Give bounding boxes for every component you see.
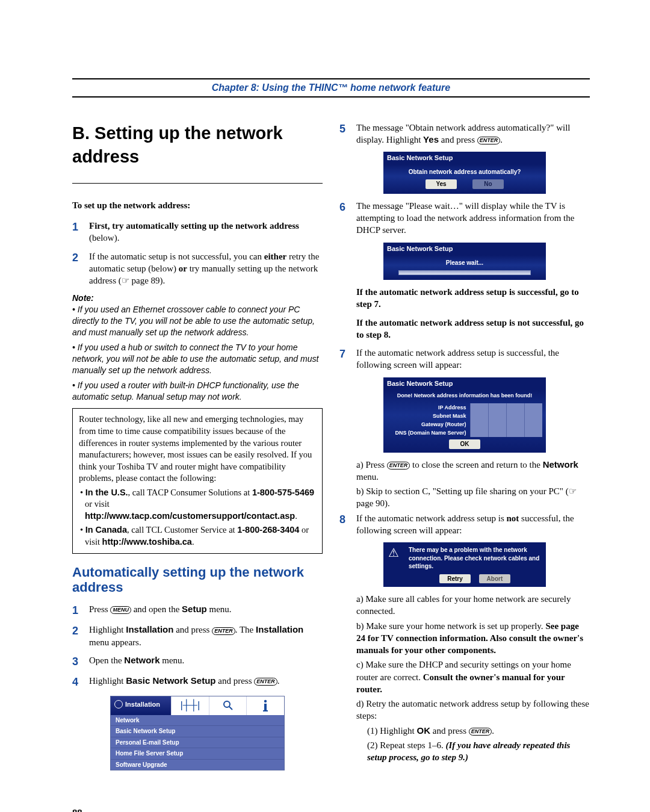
- success-goto-7: If the automatic network address setup i…: [356, 286, 590, 311]
- step-2: 2 If the automatic setup is not successf…: [72, 250, 323, 287]
- osd-installation-menu: Installation |┼┼| Network Basic Network …: [110, 696, 285, 770]
- osd-menu-header: Network: [111, 715, 284, 726]
- support-intro: Router technology, like all new and emer…: [79, 414, 312, 483]
- osd-message: Obtain network address automatically?: [387, 168, 542, 176]
- step-number: 1: [72, 220, 89, 244]
- osd-side-label: Installation: [111, 696, 171, 715]
- auto-step-2: 2 Highlight Installation and press ENTER…: [72, 624, 323, 648]
- osd-no-button: No: [472, 179, 504, 189]
- t: to close the screen and return to the: [410, 460, 542, 470]
- magnifier-tab-icon: [209, 696, 247, 715]
- osd-row-label: Subnet Mask: [387, 412, 470, 420]
- t: menu.: [356, 472, 379, 482]
- step-7: 7 If the automatic network address setup…: [339, 347, 590, 371]
- enter-button-icon: ENTER: [477, 137, 501, 144]
- note-item: If you used a hub or switch to connect t…: [72, 342, 323, 376]
- step-number: 2: [72, 250, 89, 287]
- support-us: • In the U.S., call TACP Consumer Soluti…: [79, 487, 316, 522]
- t: a) Press: [356, 460, 387, 470]
- fail-goto-8: If the automatic network address setup i…: [356, 317, 590, 341]
- support-us-or: or visit: [85, 499, 110, 509]
- svg-point-2: [264, 700, 267, 702]
- step-1-bold: First, try automatically setting up the …: [89, 221, 299, 231]
- step-8d2: (2) Repeat steps 1–6. (If you have alrea…: [356, 739, 590, 764]
- t: . The: [235, 625, 256, 634]
- t: menu appears.: [89, 637, 141, 647]
- osd-retry-button: Retry: [439, 574, 471, 584]
- svg-line-1: [229, 707, 232, 710]
- t: (1) Highlight: [367, 726, 417, 736]
- osd-row-label: Gateway (Router): [387, 420, 470, 429]
- support-us-phone: 1-800-575-5469: [252, 488, 314, 497]
- step-8c: c) Make sure the DHCP and security setti…: [356, 659, 590, 695]
- left-column: B. Setting up the network address To set…: [72, 122, 323, 776]
- support-us-text: , call TACP Consumer Solutions at: [128, 488, 252, 497]
- step-number: 8: [339, 512, 356, 537]
- installation-word: Installation: [256, 624, 303, 634]
- step-number: 2: [72, 624, 89, 648]
- osd-please-wait: Basic Network Setup Please wait...: [383, 243, 546, 280]
- t: menu.: [207, 604, 232, 614]
- osd-address-table: IP Address Subnet Mask Gateway (Router) …: [387, 403, 542, 438]
- right-column: 5 The message "Obtain network address au…: [339, 122, 590, 776]
- sliders-tab-icon: |┼┼|: [171, 696, 209, 715]
- osd-row-label: DNS (Domain Name Server): [387, 429, 470, 437]
- step-number: 4: [72, 675, 89, 689]
- auto-step-3: 3 Open the Network menu.: [72, 654, 323, 669]
- step-number: 6: [339, 200, 356, 237]
- support-ca-phone: 1-800-268-3404: [237, 525, 299, 535]
- t: If the automatic network address setup i…: [356, 513, 507, 523]
- not-word: not: [507, 513, 519, 523]
- ok-word: OK: [417, 725, 431, 736]
- osd-row-label: IP Address: [387, 403, 470, 412]
- support-us-label: In the U.S.: [85, 488, 128, 497]
- step-6-text: The message "Please wait…" will display …: [356, 200, 590, 237]
- step-8d: d) Retry the automatic network address s…: [356, 698, 590, 722]
- osd-menu-item: Software Upgrade: [111, 759, 284, 770]
- osd-ok-button: OK: [449, 439, 480, 449]
- osd-progress-bar: [398, 270, 530, 275]
- page-number: 88: [72, 807, 590, 812]
- section-title: B. Setting up the network address: [72, 122, 323, 169]
- t: b) Make sure your home network is set up…: [356, 621, 545, 631]
- chapter-heading: Chapter 8: Using the THINC™ home network…: [72, 78, 590, 98]
- step-7b: b) Skip to section C, "Setting up file s…: [356, 485, 590, 510]
- installation-word: Installation: [126, 624, 173, 634]
- basic-network-setup-word: Basic Network Setup: [126, 675, 215, 686]
- t: and press: [430, 726, 469, 736]
- auto-step-1: 1 Press MENU and open the Setup menu.: [72, 603, 323, 618]
- enter-button-icon: ENTER: [387, 462, 410, 470]
- lead-text: To set up the network address:: [72, 199, 323, 211]
- menu-button-icon: MENU: [110, 606, 131, 614]
- osd-menu-item: Home File Server Setup: [111, 748, 284, 759]
- two-column-layout: B. Setting up the network address To set…: [72, 122, 590, 776]
- t: and press: [173, 625, 212, 634]
- step-7-text: If the automatic network address setup i…: [356, 347, 590, 371]
- t: menu.: [160, 655, 185, 665]
- osd-done: Basic Network Setup Done! Network addres…: [383, 377, 546, 453]
- support-ca-url: http://www.toshiba.ca: [102, 537, 192, 547]
- step-number: 5: [339, 122, 356, 146]
- t: Highlight: [89, 625, 126, 634]
- step-2-or: or: [179, 264, 187, 273]
- osd-problem: ⚠ There may be a problem with the networ…: [383, 542, 546, 587]
- osd-tabs: |┼┼|: [171, 696, 284, 715]
- osd-menu-item: Basic Network Setup: [111, 725, 284, 737]
- yes-word: Yes: [423, 134, 439, 144]
- support-ca-text: , call TCL Customer Service at: [127, 525, 237, 535]
- title-underline: [72, 183, 323, 184]
- note-heading: Note:: [72, 293, 323, 304]
- svg-rect-4: [263, 710, 268, 711]
- auto-setup-heading: Automatically setting up the network add…: [72, 565, 323, 595]
- step-8a: a) Make sure all cables for your home ne…: [356, 593, 590, 618]
- enter-button-icon: ENTER: [254, 678, 277, 686]
- enter-button-icon: ENTER: [212, 627, 235, 635]
- osd-message: There may be a problem with the network …: [409, 546, 541, 571]
- note-item: If you used a router with built-in DHCP …: [72, 380, 323, 403]
- osd-title: Basic Network Setup: [383, 152, 546, 164]
- step-2-either: either: [264, 252, 286, 261]
- t: and press: [439, 135, 477, 144]
- step-5: 5 The message "Obtain network address au…: [339, 122, 590, 146]
- t: Open the: [89, 655, 124, 665]
- info-tab-icon: [246, 696, 284, 715]
